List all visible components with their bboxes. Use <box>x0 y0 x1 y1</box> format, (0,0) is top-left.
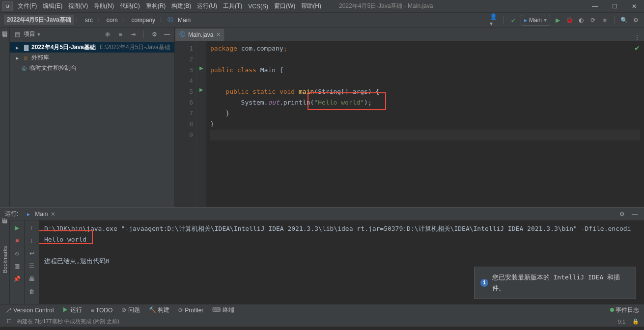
editor-tab-menu[interactable]: ⋮ <box>630 34 644 41</box>
code-editor[interactable]: package com.company; public class Main {… <box>206 41 644 207</box>
profile-icon[interactable]: ⟳ <box>588 16 597 25</box>
user-icon[interactable]: 👤▾ <box>490 16 499 25</box>
crumb-com[interactable]: com <box>104 16 121 25</box>
layout-icon[interactable]: ▥ <box>13 262 22 271</box>
tab-build[interactable]: 🔨 构建 <box>149 306 169 314</box>
crumb-src[interactable]: src <box>82 16 96 25</box>
run-config-select[interactable]: ▸ Main ▾ <box>521 15 550 26</box>
menu-help[interactable]: 帮助(H) <box>298 0 324 12</box>
menu-view[interactable]: 视图(V) <box>65 0 91 12</box>
minimize-button[interactable]: — <box>585 0 605 13</box>
close-run-tab-icon[interactable]: ✕ <box>51 211 56 218</box>
run-tab-name[interactable]: Main <box>35 211 48 218</box>
menu-vcs[interactable]: VCS(S) <box>245 1 271 12</box>
folder-icon: ▇ <box>23 44 29 51</box>
up-icon[interactable]: ↑ <box>28 223 36 232</box>
crumb-class[interactable]: Main <box>175 16 194 25</box>
sys: System. <box>210 99 268 106</box>
menu-refactor[interactable]: 重构(R) <box>143 0 169 12</box>
soft-wrap-icon[interactable]: ↩ <box>28 249 36 258</box>
menu-file[interactable]: 文件(F) <box>15 0 40 12</box>
notification-text: 您已安装最新版本的 IntelliJ IDEA 和插件。 <box>492 272 630 294</box>
select-opened-icon[interactable]: ⊕ <box>103 30 112 39</box>
event-log-button[interactable]: 事件日志 <box>610 306 639 314</box>
close-window-button[interactable]: ✕ <box>624 0 644 13</box>
tab-run[interactable]: ▶ 运行 <box>62 306 82 314</box>
run-action-column-1: ▶ ■ ⎋ ▥ 📌 <box>10 220 25 304</box>
inspection-ok-icon[interactable]: ✔ <box>634 44 640 52</box>
stop-button-icon[interactable]: ■ <box>600 16 609 25</box>
menu-run[interactable]: 运行(U) <box>194 0 220 12</box>
tree-extlib-label: 外部库 <box>31 54 49 62</box>
menu-build[interactable]: 构建(B) <box>168 0 194 12</box>
down-icon[interactable]: ↓ <box>28 236 36 245</box>
tree-scratches[interactable]: ◎ 临时文件和控制台 <box>10 63 174 73</box>
exit-icon[interactable]: ⎋ <box>13 249 22 258</box>
menu-window[interactable]: 窗口(W) <box>271 0 298 12</box>
tree-external-libraries[interactable]: ▸ ⫼ 外部库 <box>10 53 174 63</box>
title-bar: IJ 文件(F) 编辑(E) 视图(V) 导航(N) 代码(C) 重构(R) 构… <box>0 0 644 13</box>
run-output-line: Hello world <box>44 234 639 245</box>
menu-navigate[interactable]: 导航(N) <box>91 0 117 12</box>
chevron-right-icon: ▸ <box>14 55 21 61</box>
search-icon[interactable]: 🔍 <box>619 16 628 25</box>
tab-problems[interactable]: ⊘ 问题 <box>121 306 140 314</box>
expand-all-icon[interactable]: ≡ <box>116 30 125 39</box>
hide-panel-icon[interactable]: — <box>163 30 171 39</box>
chevron-down-icon[interactable]: ▾ <box>37 31 40 38</box>
bookmarks-rail-label[interactable]: Bookmarks <box>2 246 8 273</box>
editor-tab-row: Ⓒ Main.java ✕ ⋮ <box>175 28 644 41</box>
collapse-all-icon[interactable]: ⇥ <box>129 30 138 39</box>
kw-package: package <box>210 45 241 52</box>
menu-code[interactable]: 代码(C) <box>117 0 143 12</box>
pin-icon[interactable]: 📌 <box>13 275 22 283</box>
tab-terminal[interactable]: ⌨ 终端 <box>212 306 234 314</box>
crumb-company[interactable]: company <box>128 16 158 25</box>
scroll-end-icon[interactable]: ☰ <box>28 262 36 271</box>
gear-icon[interactable]: ⚙ <box>617 210 626 219</box>
bottom-tool-tabs: ⎇ Version Control ▶ 运行 ≡ TODO ⊘ 问题 🔨 构建 … <box>0 304 644 316</box>
gear-icon[interactable]: ⚙ <box>150 30 159 39</box>
annotation-box-output <box>39 230 93 244</box>
stop-icon[interactable]: ■ <box>13 236 22 245</box>
kw-class: public class <box>210 66 260 74</box>
maximize-button[interactable]: ☐ <box>605 0 624 13</box>
project-rail-icon[interactable]: ▥ <box>2 29 7 36</box>
tree-root-path: E:\2022年4月5日-Java基础 <box>100 43 170 52</box>
readonly-lock-icon[interactable]: 🔒 <box>632 318 639 325</box>
run-cmd-line: D:\JDK\bin\java.exe "-javaagent:D:\计算机相关… <box>44 223 639 234</box>
tab-vcs[interactable]: ⎇ Version Control <box>5 307 54 314</box>
tab-todo[interactable]: ≡ TODO <box>91 307 113 314</box>
debug-button-icon[interactable]: 🐞 <box>565 16 574 25</box>
close-tab-icon[interactable]: ✕ <box>216 31 221 38</box>
tree-root[interactable]: ▸ ▇ 2022年4月5日-Java基础 E:\2022年4月5日-Java基础 <box>10 42 174 53</box>
crumb-project[interactable]: 2022年4月5日-Java基础 <box>4 15 74 25</box>
run-tool-window: 运行: ▸ Main ✕ ⚙ — 结构 Bookmarks ▶ ■ ⎋ ▥ 📌 … <box>0 207 644 304</box>
run-class-marker-icon[interactable]: ▶ <box>196 63 206 74</box>
trash-icon[interactable]: 🗑 <box>28 287 36 296</box>
run-method-marker-icon[interactable]: ▶ <box>196 84 206 95</box>
tree-scratch-label: 临时文件和控制台 <box>29 64 77 72</box>
menu-tools[interactable]: 工具(T) <box>220 0 245 12</box>
chevron-right-icon: 〉 <box>159 16 165 24</box>
run-button-icon[interactable]: ▶ <box>553 16 562 25</box>
coverage-icon[interactable]: ◐ <box>577 16 586 25</box>
status-bar: ☐ 构建在 7秒177毫秒 中成功完成 (片刻 之前) 9:1 🔒 <box>0 316 644 327</box>
tab-profiler[interactable]: ⟳ Profiler <box>178 307 203 314</box>
caret-position[interactable]: 9:1 <box>618 319 625 325</box>
run-output[interactable]: D:\JDK\bin\java.exe "-javaagent:D:\计算机相关… <box>39 220 644 304</box>
pkg-name: com.company <box>241 45 283 52</box>
hide-panel-icon[interactable]: — <box>630 210 639 219</box>
library-icon: ⫼ <box>23 55 29 61</box>
rerun-icon[interactable]: ▶ <box>13 223 22 232</box>
chevron-down-icon: ▾ <box>544 17 547 24</box>
build-hammer-icon[interactable]: ↙ <box>509 16 518 25</box>
notification-popup[interactable]: i 您已安装最新版本的 IntelliJ IDEA 和插件。 <box>474 267 636 299</box>
menu-edit[interactable]: 编辑(E) <box>40 0 65 12</box>
settings-gear-icon[interactable]: ⚙ <box>631 16 640 25</box>
print-icon[interactable]: 🖶 <box>28 275 36 283</box>
main-area: ▥ 项目 ▤ 项目 ▾ ⊕ ≡ ⇥ ⚙ — ▸ ▇ 2022年4月5日-Java… <box>0 28 644 207</box>
editor-tab-main[interactable]: Ⓒ Main.java ✕ <box>175 28 225 41</box>
window-title: 2022年4月5日-Java基础 - Main.java <box>339 2 433 10</box>
run-config-name: Main <box>529 17 542 24</box>
